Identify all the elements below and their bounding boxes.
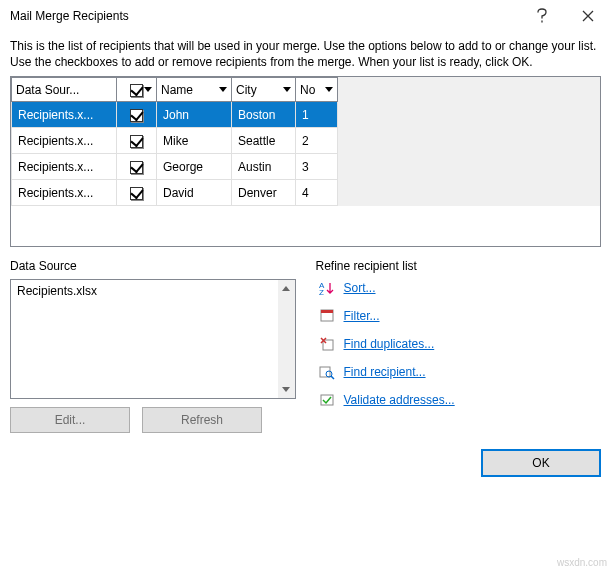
data-source-label: Data Source [10, 259, 296, 273]
chevron-down-icon [283, 87, 291, 93]
col-city-label: City [236, 83, 257, 97]
sort-link[interactable]: Sort... [344, 281, 376, 295]
svg-marker-3 [325, 87, 333, 92]
cell-checkbox[interactable] [117, 154, 157, 180]
cell-source: Recipients.x... [12, 154, 117, 180]
cell-source: Recipients.x... [12, 102, 117, 128]
cell-name: George [157, 154, 232, 180]
scroll-up-button[interactable] [278, 280, 295, 297]
col-data-source-label: Data Sour... [16, 83, 79, 97]
cell-name: David [157, 180, 232, 206]
cell-no: 1 [296, 102, 338, 128]
duplicates-link[interactable]: Find duplicates... [344, 337, 435, 351]
duplicates-icon [318, 335, 336, 353]
data-source-listbox[interactable]: Recipients.xlsx [10, 279, 296, 399]
refine-sort[interactable]: AZ Sort... [318, 279, 602, 297]
svg-text:Z: Z [319, 288, 324, 296]
col-data-source[interactable]: Data Sour... [12, 78, 117, 102]
filter-link[interactable]: Filter... [344, 309, 380, 323]
row-checkbox[interactable] [130, 187, 143, 200]
filter-icon [318, 307, 336, 325]
table-row[interactable]: Recipients.x... David Denver 4 [12, 180, 338, 206]
data-source-panel: Data Source Recipients.xlsx Edit... Refr… [10, 259, 296, 433]
svg-marker-4 [282, 286, 290, 291]
close-button[interactable] [565, 0, 611, 32]
cell-name: John [157, 102, 232, 128]
scroll-down-button[interactable] [278, 381, 295, 398]
cell-no: 4 [296, 180, 338, 206]
cell-city: Seattle [232, 128, 296, 154]
refine-filter[interactable]: Filter... [318, 307, 602, 325]
ok-button[interactable]: OK [481, 449, 601, 477]
col-name[interactable]: Name [157, 78, 232, 102]
edit-button[interactable]: Edit... [10, 407, 130, 433]
table-row[interactable]: Recipients.x... John Boston 1 [12, 102, 338, 128]
cell-city: Denver [232, 180, 296, 206]
svg-marker-2 [283, 87, 291, 92]
cell-checkbox[interactable] [117, 102, 157, 128]
find-icon [318, 363, 336, 381]
svg-rect-13 [321, 395, 333, 405]
cell-source: Recipients.x... [12, 180, 117, 206]
col-no-label: No [300, 83, 315, 97]
validate-icon [318, 391, 336, 409]
row-checkbox[interactable] [130, 161, 143, 174]
title-bar: Mail Merge Recipients [0, 0, 611, 32]
refine-label: Refine recipient list [316, 259, 602, 273]
refresh-button[interactable]: Refresh [142, 407, 262, 433]
validate-link[interactable]: Validate addresses... [344, 393, 455, 407]
header-row: Data Sour... Name City N [12, 78, 338, 102]
data-source-item[interactable]: Recipients.xlsx [17, 284, 272, 298]
svg-rect-9 [321, 310, 333, 313]
cell-checkbox[interactable] [117, 180, 157, 206]
cell-checkbox[interactable] [117, 128, 157, 154]
col-no[interactable]: No [296, 78, 338, 102]
row-checkbox[interactable] [130, 109, 143, 122]
dialog-description: This is the list of recipients that will… [10, 38, 601, 70]
table-row[interactable]: Recipients.x... George Austin 3 [12, 154, 338, 180]
cell-source: Recipients.x... [12, 128, 117, 154]
refine-find[interactable]: Find recipient... [318, 363, 602, 381]
table-row[interactable]: Recipients.x... Mike Seattle 2 [12, 128, 338, 154]
watermark: wsxdn.com [557, 557, 607, 568]
cell-city: Austin [232, 154, 296, 180]
col-check-all[interactable] [117, 78, 157, 102]
svg-marker-1 [219, 87, 227, 92]
svg-marker-5 [282, 387, 290, 392]
cell-name: Mike [157, 128, 232, 154]
check-all-checkbox[interactable] [130, 84, 143, 97]
scroll-track[interactable] [278, 297, 295, 381]
svg-rect-11 [320, 367, 330, 377]
row-checkbox[interactable] [130, 135, 143, 148]
svg-marker-0 [144, 87, 152, 92]
cell-no: 3 [296, 154, 338, 180]
help-button[interactable] [519, 0, 565, 32]
window-title: Mail Merge Recipients [10, 9, 519, 23]
cell-no: 2 [296, 128, 338, 154]
find-link[interactable]: Find recipient... [344, 365, 426, 379]
col-name-label: Name [161, 83, 193, 97]
recipients-grid: Data Sour... Name City N [10, 76, 601, 247]
refine-panel: Refine recipient list AZ Sort... Filter.… [316, 259, 602, 433]
chevron-down-icon [325, 87, 333, 93]
chevron-down-icon [219, 87, 227, 93]
chevron-down-icon [144, 87, 152, 93]
refine-duplicates[interactable]: Find duplicates... [318, 335, 602, 353]
col-city[interactable]: City [232, 78, 296, 102]
cell-city: Boston [232, 102, 296, 128]
refine-validate[interactable]: Validate addresses... [318, 391, 602, 409]
scrollbar[interactable] [278, 280, 295, 398]
sort-icon: AZ [318, 279, 336, 297]
